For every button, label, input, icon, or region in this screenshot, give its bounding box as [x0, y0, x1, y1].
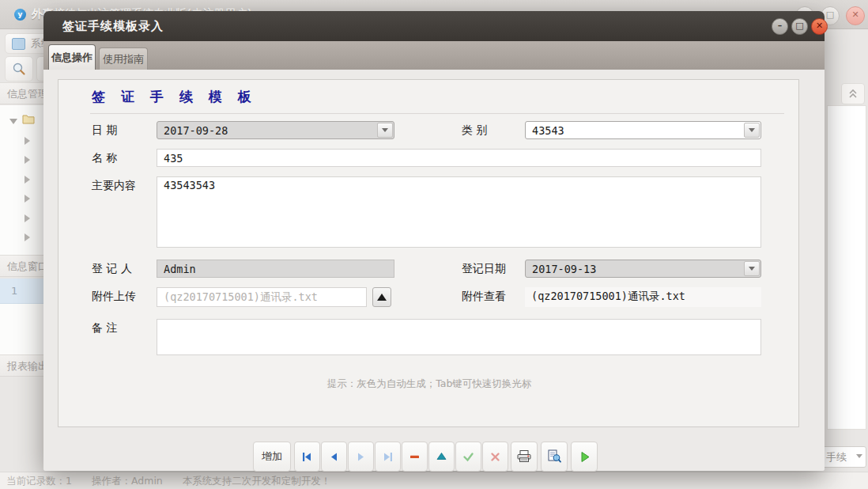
screen: y 外事接待与出访管理系统专业版(未注册用户) – □ ✕ 系统 信息管理 信息… [0, 0, 868, 489]
visa-template-entry-dialog: 签证手续模板录入 – □ ✕ 信息操作 使用指南 签 证 手 续 模 板 日 期… [43, 11, 825, 471]
heading-divider [90, 113, 784, 114]
date-combobox[interactable]: 2017-09-28 [157, 121, 394, 139]
confirm-button[interactable] [455, 442, 481, 472]
dialog-tabstrip [43, 41, 825, 70]
folder-icon [22, 114, 35, 124]
tab-info-operation[interactable]: 信息操作 [48, 44, 96, 70]
attachment-upload-label: 附件上传 [92, 290, 136, 304]
add-record-label: 增加 [262, 449, 282, 464]
tree-item-arrow-icon[interactable] [25, 176, 30, 184]
edit-record-button[interactable] [428, 442, 455, 472]
previous-record-button[interactable] [321, 442, 347, 472]
delete-record-button[interactable] [402, 442, 428, 472]
right-content-panel [827, 105, 866, 430]
attachment-view-label: 附件查看 [462, 290, 506, 304]
register-date-dropdown-button[interactable] [744, 261, 760, 276]
dialog-close-button[interactable]: ✕ [811, 18, 828, 35]
chevron-down-icon [749, 267, 755, 271]
date-value: 2017-09-28 [164, 124, 228, 137]
category-combobox[interactable]: 43543 [525, 121, 761, 139]
date-label: 日 期 [92, 123, 117, 138]
next-record-icon [354, 450, 368, 464]
category-dropdown-button[interactable] [744, 123, 760, 138]
registrant-input[interactable] [157, 260, 394, 278]
tree-item-arrow-icon[interactable] [25, 195, 30, 203]
previous-record-icon [327, 450, 341, 464]
last-record-icon [381, 450, 394, 464]
chevron-down-icon [856, 454, 862, 458]
tree-item-arrow-icon[interactable] [25, 137, 30, 145]
first-record-button[interactable] [294, 442, 320, 472]
form-heading: 签 证 手 续 模 板 [92, 88, 257, 106]
tree-item-arrow-icon[interactable] [25, 214, 30, 222]
tab-user-guide[interactable]: 使用指南 [99, 47, 148, 70]
category-value: 43543 [532, 124, 564, 137]
name-label: 名 称 [92, 151, 117, 165]
tree-item-arrow-icon[interactable] [25, 233, 30, 241]
search-icon [12, 62, 26, 76]
right-bottom-dropdown-value: 手续 [826, 450, 847, 464]
attachment-view-field[interactable]: (qz20170715001)通讯录.txt [525, 287, 761, 307]
status-bar: 当前记录数：1 操作者：Admin 本系统支持二次开发和定制开发！ [0, 472, 868, 489]
first-record-icon [300, 450, 314, 464]
run-button[interactable] [571, 442, 598, 472]
upload-icon [377, 294, 387, 301]
print-preview-button[interactable] [541, 442, 568, 472]
cancel-x-icon [489, 450, 502, 464]
add-record-button[interactable]: 增加 [253, 442, 291, 472]
dialog-title: 签证手续模板录入 [62, 19, 164, 34]
collapse-panel-button[interactable] [841, 83, 865, 104]
name-input[interactable] [157, 149, 761, 167]
system-menu-icon [12, 38, 25, 50]
form-hint: 提示：灰色为自动生成；Tab键可快速切换光标 [58, 377, 800, 391]
dialog-minimize-button[interactable]: – [772, 18, 788, 35]
dialog-maximize-button[interactable]: □ [791, 18, 808, 35]
date-dropdown-button[interactable] [377, 123, 393, 138]
search-button[interactable] [5, 56, 33, 82]
main-content-textarea[interactable]: 43543543 [157, 176, 761, 248]
print-icon [516, 449, 532, 464]
chevron-down-icon [749, 128, 755, 132]
print-button[interactable] [511, 442, 538, 472]
run-play-icon [578, 450, 591, 464]
tree-item-arrow-icon[interactable] [25, 156, 30, 164]
double-chevron-up-icon [847, 89, 859, 99]
chevron-down-icon [382, 128, 388, 132]
next-record-button[interactable] [348, 442, 374, 472]
remark-label: 备 注 [92, 321, 117, 335]
attachment-upload-input[interactable] [157, 287, 367, 307]
register-date-label: 登记日期 [462, 262, 506, 276]
tree-expanded-arrow-icon[interactable] [9, 119, 17, 124]
attachment-upload-button[interactable] [372, 287, 391, 307]
print-preview-icon [546, 449, 562, 464]
confirm-check-icon [462, 450, 475, 464]
edit-record-icon [435, 450, 448, 464]
remark-textarea[interactable] [157, 319, 761, 355]
cancel-button[interactable] [482, 442, 508, 472]
bg-close-button[interactable]: ✕ [846, 6, 865, 25]
delete-record-icon [408, 450, 421, 464]
main-content-label: 主要内容 [92, 179, 136, 193]
category-label: 类 别 [462, 123, 487, 138]
last-record-button[interactable] [375, 442, 401, 472]
form-panel: 签 证 手 续 模 板 日 期 2017-09-28 类 别 43543 名 称… [58, 79, 799, 427]
registrant-label: 登 记 人 [92, 262, 132, 276]
app-icon: y [14, 9, 26, 21]
register-date-combobox[interactable]: 2017-09-13 [525, 260, 761, 278]
register-date-value: 2017-09-13 [532, 263, 596, 275]
